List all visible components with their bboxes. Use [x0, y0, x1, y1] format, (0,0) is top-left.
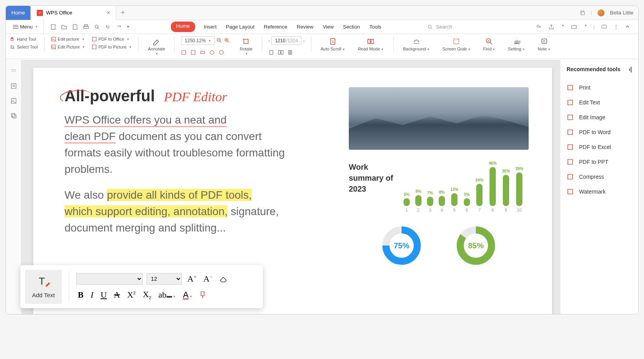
ribbon-tab-view[interactable]: View — [322, 22, 334, 32]
collapse-icon[interactable] — [625, 24, 630, 29]
prev-page-icon[interactable]: ‹ — [269, 38, 270, 43]
auto-scroll[interactable]: Auto Scroll▼ — [318, 36, 348, 52]
ribbon-tab-reference[interactable]: Reference — [263, 22, 288, 32]
screen-grab[interactable]: Screen Grab▼ — [439, 36, 474, 52]
shrink-font-button[interactable]: A− — [202, 274, 214, 284]
pdf-to-office[interactable]: PDF to Office▼ — [91, 36, 132, 42]
maximize-icon[interactable]: ☐ — [614, 5, 619, 7]
new-icon[interactable] — [50, 24, 56, 30]
grow-font-button[interactable]: A+ — [186, 274, 198, 284]
edit-picture-1[interactable]: Edit picture▼ — [51, 36, 85, 42]
annotate[interactable]: Annotate▼ — [145, 36, 168, 56]
font-family-select[interactable] — [76, 273, 143, 285]
open-icon[interactable] — [61, 24, 67, 30]
copy-icon[interactable] — [10, 112, 17, 119]
find[interactable]: AFind▼ — [480, 36, 499, 52]
italic-button[interactable]: I — [89, 290, 95, 300]
layout-icon-1[interactable] — [269, 50, 274, 55]
close-window-icon[interactable]: ✕ — [626, 5, 630, 7]
tool-edit-image[interactable]: Edit Image — [567, 110, 632, 125]
select-tool[interactable]: Select Tool — [10, 44, 38, 50]
layout-icon-2[interactable] — [278, 50, 283, 55]
underline-button[interactable]: U — [99, 290, 108, 300]
zoom-value[interactable]: 1250.12%▼ — [181, 36, 215, 45]
fit-icon-4[interactable] — [209, 50, 215, 55]
svg-line-10 — [431, 28, 432, 29]
fit-icon-5[interactable] — [219, 50, 224, 55]
tool-pdf-ppt[interactable]: PDF to PPT — [567, 154, 632, 169]
add-text-button[interactable]: T Add Text — [25, 270, 62, 304]
ribbon-tab-section[interactable]: Section — [342, 22, 361, 32]
chart-title: Work summary of 2023 — [349, 162, 396, 212]
user-name[interactable]: Bella Little — [610, 10, 633, 16]
preview-icon[interactable] — [94, 24, 100, 30]
more-menu-icon[interactable]: ⋮ — [614, 24, 619, 30]
ribbon-tab-insert[interactable]: Insert — [203, 22, 217, 32]
zoom-out-icon[interactable] — [216, 38, 222, 44]
undo-icon[interactable] — [105, 24, 111, 30]
eraser-icon[interactable] — [218, 273, 229, 284]
svg-point-57 — [13, 100, 13, 101]
tab-home[interactable]: Home — [6, 6, 30, 20]
svg-rect-64 — [568, 85, 572, 90]
zoom-in-icon[interactable] — [224, 38, 230, 44]
ribbon-tabs: Home Insert Page Layout Reference Review… — [171, 22, 382, 32]
bold-button[interactable]: B — [76, 290, 85, 300]
share-icon[interactable] — [536, 24, 542, 30]
tool-compress[interactable]: Compress — [567, 169, 632, 184]
fit-icon-3[interactable] — [200, 50, 205, 55]
hand-tool[interactable]: Hand Tool — [10, 36, 38, 42]
avatar[interactable] — [597, 9, 605, 16]
ribbon-tab-tools[interactable]: Tools — [369, 22, 382, 32]
ribbon-tab-pagelayout[interactable]: Page Layout — [225, 22, 255, 32]
setting[interactable]: abcSetting▼ — [505, 36, 528, 52]
tab-document[interactable]: P WPS Office × — [31, 6, 116, 20]
panel-collapse-icon[interactable]: ›| — [628, 66, 632, 72]
cloud-icon[interactable] — [571, 24, 577, 30]
tool-edit-text[interactable]: Edit Text — [567, 95, 632, 110]
save-icon[interactable] — [72, 24, 78, 30]
layout-icon-3[interactable] — [287, 50, 293, 55]
fit-icon-2[interactable] — [190, 50, 196, 55]
print-icon[interactable] — [83, 24, 89, 30]
image-icon[interactable] — [10, 97, 17, 104]
tool-watermark[interactable]: Watermark — [567, 184, 632, 199]
fit-icon-1[interactable] — [181, 50, 187, 55]
title-annotation: PDF Editor — [164, 90, 227, 104]
ribbon-tab-home[interactable]: Home — [171, 22, 196, 32]
format-painter-icon[interactable] — [198, 290, 207, 300]
pdf-to-picture[interactable]: PDF to Picture▼ — [91, 44, 132, 50]
svg-point-28 — [210, 50, 214, 54]
close-icon[interactable]: × — [107, 9, 110, 16]
menu-button[interactable]: Menu ▼ — [10, 22, 41, 31]
bar-6: 5%6 — [464, 192, 470, 212]
minimize-icon[interactable]: — — [602, 5, 607, 7]
svg-point-11 — [537, 25, 539, 27]
export-icon[interactable] — [548, 24, 554, 30]
restore-icon[interactable] — [580, 10, 585, 16]
page-number[interactable]: 1210/1324 — [271, 36, 301, 45]
search-box[interactable]: Search — [427, 24, 452, 30]
more-icon[interactable]: » — [127, 24, 129, 30]
subscript-button[interactable]: X2 — [141, 289, 153, 300]
redo-icon[interactable] — [116, 24, 122, 30]
font-color-button[interactable]: A▼ — [181, 290, 194, 300]
outline-icon[interactable] — [10, 83, 17, 90]
highlight-button[interactable]: ab▼ — [157, 290, 178, 300]
ribbon-tab-review[interactable]: Review — [296, 22, 314, 32]
rotate[interactable]: Rotate▼ — [237, 36, 255, 56]
tool-print[interactable]: Print — [567, 80, 632, 95]
chat-icon[interactable] — [601, 24, 607, 30]
note[interactable]: Note▼ — [535, 36, 554, 52]
read-mode[interactable]: Read Mode▼ — [355, 36, 387, 52]
edit-picture-2[interactable]: Edit Picture▼ — [51, 44, 85, 50]
next-page-icon[interactable]: › — [303, 38, 305, 43]
drag-handle-icon[interactable] — [10, 68, 17, 75]
strikethrough-button[interactable]: A — [112, 290, 122, 300]
tool-pdf-word[interactable]: PDF to Word — [567, 125, 632, 140]
new-tab-button[interactable]: + — [116, 9, 130, 17]
font-size-select[interactable]: 12 — [147, 273, 182, 285]
background[interactable]: Background▼ — [400, 36, 433, 52]
tool-pdf-excel[interactable]: PDF to Excel — [567, 140, 632, 154]
superscript-button[interactable]: X2 — [126, 290, 137, 300]
